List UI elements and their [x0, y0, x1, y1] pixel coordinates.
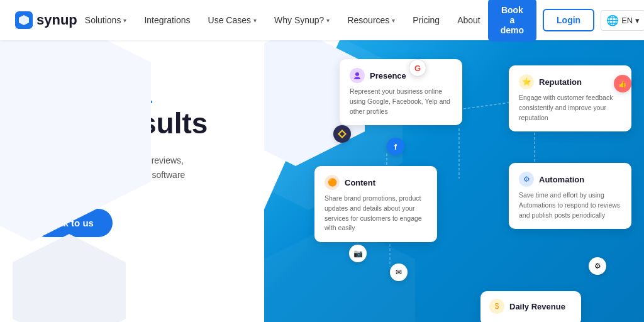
- presence-title: Presence: [370, 71, 406, 80]
- chevron-down-icon: ▾: [635, 16, 640, 25]
- main-nav: Solutions ▾ Integrations Use Cases ▾ Why…: [77, 10, 488, 30]
- chevron-down-icon: ▾: [253, 17, 257, 24]
- hex-decoration-large: [0, 40, 151, 242]
- main-content: Level Up Your Results With the best in b…: [0, 40, 644, 322]
- camera-icon: 📷: [349, 245, 367, 262]
- hero-right: G f 📷 ✉ ⚙ 👍 Presence Represent: [264, 40, 644, 322]
- mappin-icon: [333, 125, 351, 143]
- reputation-title: Reputation: [539, 77, 582, 87]
- reputation-icon: ⭐: [519, 74, 534, 89]
- email-icon: ✉: [390, 264, 408, 281]
- chevron-down-icon: ▾: [326, 17, 330, 24]
- automation-icon: ⚙: [519, 172, 534, 187]
- card-header: $ Daily Revenue: [489, 299, 572, 314]
- nav-use-cases[interactable]: Use Cases ▾: [201, 10, 264, 30]
- flag-icon: 🌐: [606, 14, 619, 26]
- chevron-down-icon: ▾: [123, 17, 126, 24]
- header: synup Solutions ▾ Integrations Use Cases…: [0, 0, 644, 40]
- header-actions: Book a demo Login 🌐 EN ▾: [488, 0, 644, 42]
- presence-icon: [350, 68, 365, 83]
- content-title: Content: [345, 178, 375, 187]
- card-header: Presence: [350, 68, 452, 83]
- revenue-icon: $: [489, 299, 504, 314]
- nav-pricing[interactable]: Pricing: [405, 10, 447, 30]
- svg-marker-0: [19, 15, 29, 25]
- chevron-down-icon: ▾: [392, 17, 395, 24]
- content-card: 🟠 Content Share brand promotions, produc…: [314, 166, 437, 242]
- hex-decoration-small: [13, 234, 126, 322]
- reputation-card: ⭐ Reputation Engage with customer feedba…: [509, 65, 631, 131]
- card-header: ⚙ Automation: [519, 172, 621, 187]
- presence-body: Represent your business online using Goo…: [350, 87, 452, 116]
- thumbsup-icon: 👍: [614, 75, 631, 92]
- google-icon: G: [409, 59, 426, 77]
- book-demo-button[interactable]: Book a demo: [488, 0, 536, 42]
- reputation-body: Engage with customer feedback consistent…: [519, 93, 621, 123]
- hero-left: Level Up Your Results With the best in b…: [0, 40, 264, 322]
- nav-solutions[interactable]: Solutions ▾: [77, 10, 135, 30]
- nav-resources[interactable]: Resources ▾: [340, 10, 402, 30]
- revenue-title: Daily Revenue: [509, 302, 565, 311]
- logo-wordmark: synup: [36, 12, 77, 28]
- card-header: ⭐ Reputation: [519, 74, 621, 89]
- daily-revenue-card: $ Daily Revenue: [480, 291, 581, 322]
- card-header: 🟠 Content: [325, 175, 427, 190]
- automation-body: Save time and effort by using Automation…: [519, 191, 621, 220]
- content-body: Share brand promotions, product updates …: [325, 194, 427, 233]
- gear-icon: ⚙: [589, 257, 606, 275]
- automation-title: Automation: [539, 175, 584, 184]
- logo-icon: [15, 11, 33, 29]
- facebook-icon: f: [387, 138, 404, 155]
- login-button[interactable]: Login: [543, 9, 594, 31]
- language-selector[interactable]: 🌐 EN ▾: [601, 10, 644, 31]
- automation-card: ⚙ Automation Save time and effort by usi…: [509, 163, 631, 229]
- lang-code: EN: [621, 16, 633, 25]
- presence-card: Presence Represent your business online …: [340, 59, 462, 125]
- nav-about[interactable]: About: [450, 10, 488, 30]
- nav-integrations[interactable]: Integrations: [136, 10, 197, 30]
- nav-why-synup[interactable]: Why Synup? ▾: [267, 10, 337, 30]
- content-icon: 🟠: [325, 175, 340, 190]
- logo[interactable]: synup: [15, 11, 77, 29]
- svg-point-9: [355, 72, 359, 76]
